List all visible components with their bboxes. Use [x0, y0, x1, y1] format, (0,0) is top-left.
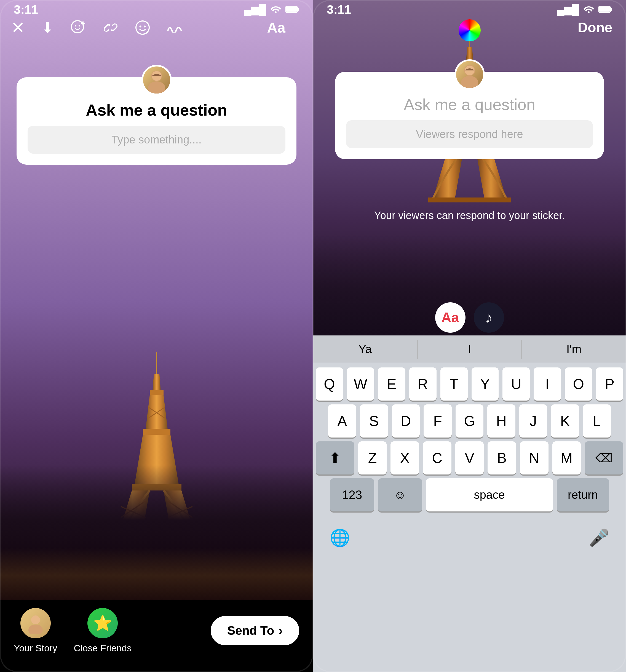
svg-point-26: [140, 26, 142, 28]
key-h[interactable]: H: [487, 404, 515, 437]
text-aa-icon-left[interactable]: Aa: [267, 19, 285, 36]
text-tools-area: Aa ♪: [313, 302, 626, 333]
bottom-bar-left: Your Story ⭐ Close Friends Send To ›: [0, 600, 313, 672]
wifi-icon-left: [271, 4, 281, 16]
close-friends-label: Close Friends: [74, 643, 132, 653]
svg-rect-2: [150, 390, 164, 395]
send-to-button[interactable]: Send To ›: [211, 616, 299, 645]
right-phone: 3:11 ▄▆█ Done: [313, 0, 626, 672]
svg-point-22: [79, 25, 80, 26]
key-z[interactable]: Z: [358, 441, 386, 475]
svg-rect-4: [143, 429, 170, 435]
key-b[interactable]: B: [487, 441, 516, 475]
key-j[interactable]: J: [519, 404, 547, 437]
svg-rect-0: [156, 352, 157, 374]
sticker-input-right[interactable]: Viewers respond here: [346, 120, 593, 148]
keyboard-area: Ya I I'm Q W E R T Y U I O P: [313, 335, 626, 672]
your-story-button[interactable]: Your Story: [14, 608, 57, 653]
key-s[interactable]: S: [360, 404, 388, 437]
key-o[interactable]: O: [565, 367, 592, 401]
svg-rect-42: [428, 197, 511, 202]
svg-marker-3: [146, 395, 168, 429]
key-w[interactable]: W: [347, 367, 374, 401]
key-n[interactable]: N: [520, 441, 548, 475]
left-phone: 3:11 ▄▆█ ✕ ⬇ Aa: [0, 0, 313, 672]
svg-point-21: [75, 25, 76, 26]
key-q[interactable]: Q: [316, 367, 343, 401]
text-style-button[interactable]: Aa: [435, 302, 466, 333]
key-l[interactable]: L: [583, 404, 611, 437]
sticker-input-left[interactable]: Type something....: [28, 126, 285, 154]
key-c[interactable]: C: [423, 441, 451, 475]
toolbar-right: Done: [313, 0, 626, 44]
close-friends-button[interactable]: ⭐ Close Friends: [74, 608, 132, 653]
key-k[interactable]: K: [551, 404, 579, 437]
key-p[interactable]: P: [596, 367, 623, 401]
key-row-2: A S D F G H J K L: [316, 404, 623, 437]
close-button-left[interactable]: ✕: [11, 18, 25, 37]
key-r[interactable]: R: [409, 367, 436, 401]
predictive-bar: Ya I I'm: [313, 335, 626, 363]
emoji-add-icon-left[interactable]: [70, 20, 86, 35]
svg-point-20: [71, 21, 83, 33]
key-f[interactable]: F: [424, 404, 451, 437]
key-m[interactable]: M: [552, 441, 581, 475]
space-key[interactable]: space: [426, 478, 553, 511]
sticker-avatar-left: [142, 65, 172, 95]
key-d[interactable]: D: [392, 404, 420, 437]
squiggle-icon-left[interactable]: [167, 23, 182, 32]
download-icon-left[interactable]: ⬇: [41, 19, 54, 37]
done-button[interactable]: Done: [578, 20, 612, 35]
key-y[interactable]: Y: [472, 367, 499, 401]
svg-point-16: [275, 11, 277, 13]
svg-rect-19: [298, 8, 299, 11]
key-g[interactable]: G: [456, 404, 483, 437]
battery-icon-left: [285, 4, 299, 16]
svg-point-49: [465, 66, 474, 75]
sticker-icon-left[interactable]: [135, 20, 150, 35]
globe-icon[interactable]: 🌐: [329, 528, 350, 548]
predictive-word-3[interactable]: I'm: [522, 340, 626, 359]
status-bar-left: 3:11 ▄▆█: [0, 0, 313, 17]
key-u[interactable]: U: [502, 367, 530, 401]
close-friends-icon: ⭐: [87, 608, 118, 638]
svg-rect-18: [286, 7, 297, 12]
time-left: 3:11: [14, 3, 38, 17]
sticker-avatar-right: [454, 59, 485, 90]
sticker-title-left: Ask me a question: [86, 101, 227, 119]
svg-point-32: [28, 625, 43, 634]
predictive-word-2[interactable]: I: [418, 340, 522, 359]
key-t[interactable]: T: [441, 367, 468, 401]
emoji-key[interactable]: ☺: [378, 478, 422, 511]
music-button[interactable]: ♪: [474, 302, 504, 333]
color-picker-button[interactable]: [459, 19, 481, 41]
shift-key[interactable]: ⬆: [316, 441, 354, 475]
num-key[interactable]: 123: [330, 478, 374, 511]
story-screen-right: 3:11 ▄▆█ Done: [313, 0, 626, 672]
key-a[interactable]: A: [328, 404, 356, 437]
link-icon-left[interactable]: [103, 20, 118, 35]
your-story-label: Your Story: [14, 643, 57, 653]
svg-marker-1: [152, 374, 161, 391]
delete-key[interactable]: ⌫: [585, 441, 623, 475]
viewer-respond-text: Your viewers can respond to your sticker…: [313, 210, 626, 221]
svg-point-29: [148, 81, 165, 94]
key-e[interactable]: E: [378, 367, 405, 401]
city-lights-left: [0, 548, 313, 603]
predictive-word-1[interactable]: Ya: [313, 340, 418, 359]
key-v[interactable]: V: [455, 441, 484, 475]
sticker-title-right: Ask me a question: [404, 95, 535, 114]
key-row-4: 123 ☺ space return: [316, 478, 623, 511]
return-key[interactable]: return: [557, 478, 609, 511]
svg-point-27: [144, 26, 146, 28]
svg-point-31: [31, 616, 40, 624]
key-i[interactable]: I: [534, 367, 561, 401]
key-x[interactable]: X: [391, 441, 419, 475]
keyboard-bottom-bar: 🌐 🎤: [313, 520, 626, 556]
key-row-3: ⬆ Z X C V B N M ⌫: [316, 441, 623, 475]
signal-icon-left: ▄▆█: [244, 4, 266, 16]
your-story-avatar: [20, 608, 51, 638]
question-sticker-right: Ask me a question Viewers respond here: [335, 72, 604, 159]
svg-point-25: [136, 21, 149, 34]
mic-icon[interactable]: 🎤: [589, 528, 609, 548]
